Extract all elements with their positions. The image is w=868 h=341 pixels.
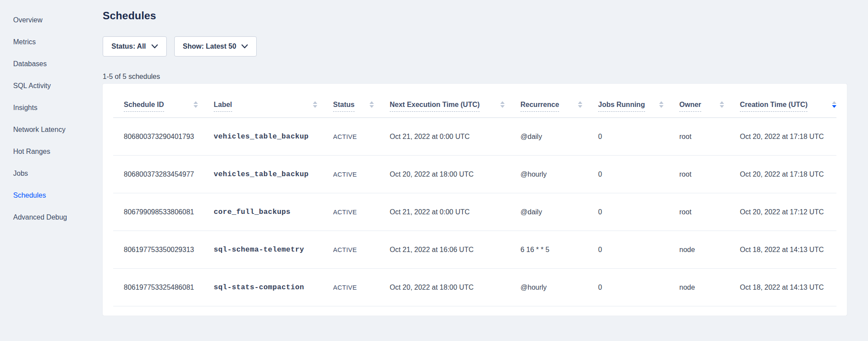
sidebar-item-metrics[interactable]: Metrics — [0, 31, 82, 53]
chevron-down-icon — [241, 44, 248, 49]
column-label-id: Schedule ID — [124, 101, 164, 112]
status-filter-label: Status: All — [111, 43, 146, 50]
cell-recurrence: @hourly — [520, 284, 598, 291]
sort-up-icon — [313, 101, 317, 104]
table-row[interactable]: 806799098533806081core_full_backupsACTIV… — [113, 193, 836, 231]
cell-recurrence: @hourly — [520, 170, 598, 178]
column-header-recurrence[interactable]: Recurrence — [520, 84, 598, 117]
cell-next_execution: Oct 21, 2022 at 0:00 UTC — [390, 133, 520, 141]
cell-id: 806197753325486081 — [124, 284, 214, 291]
cell-status: ACTIVE — [333, 171, 390, 178]
column-header-label[interactable]: Label — [214, 84, 333, 117]
sidebar-item-schedules[interactable]: Schedules — [0, 185, 82, 206]
column-header-owner[interactable]: Owner — [679, 84, 740, 117]
cell-jobs_running: 0 — [598, 246, 679, 254]
sort-icon[interactable] — [832, 101, 836, 108]
sort-icon[interactable] — [659, 101, 664, 108]
table-row[interactable]: 806800373290401793vehicles_table_backupA… — [113, 118, 836, 156]
column-header-jobs_running[interactable]: Jobs Running — [598, 84, 679, 117]
sort-icon[interactable] — [313, 101, 317, 108]
sort-down-icon — [500, 105, 505, 108]
cell-owner: root — [679, 170, 740, 178]
column-header-creation_time[interactable]: Creation Time (UTC) — [740, 84, 836, 117]
column-label-status: Status — [333, 101, 355, 112]
show-filter-dropdown[interactable]: Show: Latest 50 — [174, 36, 257, 57]
cell-owner: node — [679, 246, 740, 254]
cell-jobs_running: 0 — [598, 284, 679, 291]
cell-jobs_running: 0 — [598, 133, 679, 141]
sort-down-icon — [194, 105, 198, 108]
cell-id: 806800373290401793 — [124, 133, 214, 141]
table-body: 806800373290401793vehicles_table_backupA… — [113, 118, 836, 306]
sidebar: OverviewMetricsDatabasesSQL ActivityInsi… — [0, 0, 82, 341]
column-header-id[interactable]: Schedule ID — [124, 84, 214, 117]
cell-id: 806197753350029313 — [124, 246, 214, 254]
column-label-next_execution: Next Execution Time (UTC) — [390, 101, 480, 112]
cell-next_execution: Oct 20, 2022 at 18:00 UTC — [390, 284, 520, 291]
cell-creation_time: Oct 20, 2022 at 17:12 UTC — [740, 208, 836, 216]
column-label-creation_time: Creation Time (UTC) — [740, 101, 807, 112]
cell-next_execution: Oct 20, 2022 at 18:00 UTC — [390, 170, 520, 178]
sidebar-item-overview[interactable]: Overview — [0, 9, 82, 31]
sidebar-item-hot-ranges[interactable]: Hot Ranges — [0, 141, 82, 163]
sort-down-icon — [659, 105, 664, 108]
sort-icon[interactable] — [720, 101, 724, 108]
cell-creation_time: Oct 18, 2022 at 14:13 UTC — [740, 284, 836, 291]
page-title: Schedules — [103, 10, 847, 22]
cell-label: sql-schema-telemetry — [214, 245, 333, 254]
cell-status: ACTIVE — [333, 246, 390, 253]
cell-next_execution: Oct 21, 2022 at 16:06 UTC — [390, 246, 520, 254]
sidebar-item-jobs[interactable]: Jobs — [0, 163, 82, 185]
filters-row: Status: All Show: Latest 50 — [103, 36, 847, 57]
sort-icon[interactable] — [500, 101, 505, 108]
show-filter-label: Show: Latest 50 — [183, 43, 237, 50]
sort-up-icon — [369, 101, 374, 104]
sort-down-icon — [313, 105, 317, 108]
sidebar-item-sql-activity[interactable]: SQL Activity — [0, 75, 82, 97]
column-label-label: Label — [214, 101, 232, 112]
sidebar-item-network-latency[interactable]: Network Latency — [0, 119, 82, 141]
table-header-row: Schedule IDLabelStatusNext Execution Tim… — [113, 84, 836, 118]
column-label-owner: Owner — [679, 101, 701, 112]
cell-creation_time: Oct 20, 2022 at 17:18 UTC — [740, 133, 836, 141]
cell-id: 806800373283454977 — [124, 170, 214, 178]
cell-label: core_full_backups — [214, 208, 333, 216]
sort-down-icon — [578, 105, 582, 108]
cell-owner: root — [679, 133, 740, 141]
sort-icon[interactable] — [194, 101, 198, 108]
cell-recurrence: @daily — [520, 208, 598, 216]
cell-recurrence: @daily — [520, 133, 598, 141]
status-filter-dropdown[interactable]: Status: All — [103, 36, 167, 57]
table-row[interactable]: 806197753350029313sql-schema-telemetryAC… — [113, 231, 836, 269]
column-label-jobs_running: Jobs Running — [598, 101, 645, 112]
cell-creation_time: Oct 18, 2022 at 14:13 UTC — [740, 246, 836, 254]
cell-creation_time: Oct 20, 2022 at 17:18 UTC — [740, 170, 836, 178]
sidebar-item-advanced-debug[interactable]: Advanced Debug — [0, 206, 82, 228]
sidebar-item-insights[interactable]: Insights — [0, 97, 82, 119]
cell-label: vehicles_table_backup — [214, 132, 333, 141]
table-row[interactable]: 806800373283454977vehicles_table_backupA… — [113, 156, 836, 193]
sort-icon[interactable] — [369, 101, 374, 108]
chevron-down-icon — [151, 44, 158, 49]
cell-next_execution: Oct 21, 2022 at 0:00 UTC — [390, 208, 520, 216]
cell-recurrence: 6 16 * * 5 — [520, 246, 598, 254]
cell-label: sql-stats-compaction — [214, 283, 333, 291]
column-header-status[interactable]: Status — [333, 84, 390, 117]
sort-up-icon — [578, 101, 582, 104]
column-header-next_execution[interactable]: Next Execution Time (UTC) — [390, 84, 520, 117]
cell-id: 806799098533806081 — [124, 208, 214, 216]
main-content: Schedules Status: All Show: Latest 50 1-… — [82, 0, 868, 341]
cell-jobs_running: 0 — [598, 208, 679, 216]
cell-status: ACTIVE — [333, 133, 390, 140]
cell-owner: node — [679, 284, 740, 291]
cell-status: ACTIVE — [333, 284, 390, 291]
cell-status: ACTIVE — [333, 209, 390, 216]
cell-owner: root — [679, 208, 740, 216]
sidebar-item-databases[interactable]: Databases — [0, 53, 82, 75]
sort-down-icon — [832, 105, 836, 108]
sort-down-icon — [369, 105, 374, 108]
sort-down-icon — [720, 105, 724, 108]
table-row[interactable]: 806197753325486081sql-stats-compactionAC… — [113, 269, 836, 306]
sort-icon[interactable] — [578, 101, 582, 108]
cell-label: vehicles_table_backup — [214, 170, 333, 178]
